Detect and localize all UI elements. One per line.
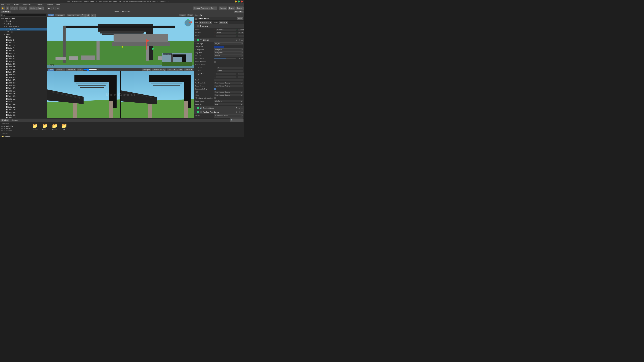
fov-slider[interactable] bbox=[214, 58, 236, 59]
materials-folder[interactable]: 📁 Materials bbox=[31, 122, 39, 136]
depth-input[interactable] bbox=[214, 79, 243, 81]
hierarchy-item-27[interactable]: ⬜Cube (20) bbox=[0, 89, 47, 92]
scene-iso-button[interactable]: ⊕ 0 bbox=[85, 13, 90, 17]
tab-console[interactable]: Console bbox=[10, 119, 20, 121]
projection-select[interactable]: Perspective bbox=[214, 51, 243, 54]
hierarchy-item-12[interactable]: ⬜Cube (5) bbox=[0, 49, 47, 52]
camera-menu-button[interactable]: … bbox=[241, 39, 243, 41]
maximize-on-play-button[interactable]: Maximize On Play bbox=[152, 68, 166, 71]
scene-tab[interactable]: Scene bbox=[48, 14, 54, 16]
menu-gameobject[interactable]: GameObject bbox=[21, 3, 32, 5]
all-models-item[interactable]: ⬡ All Models bbox=[1, 127, 29, 130]
transform-tool-rect[interactable]: ⬚ bbox=[19, 6, 23, 10]
tracked-enable-checkbox[interactable] bbox=[197, 111, 199, 113]
pos-x-input[interactable] bbox=[216, 29, 236, 31]
hdr-select[interactable]: Use Graphics Settings bbox=[214, 91, 243, 93]
hierarchy-item-4[interactable]: ▶📷Main Camera bbox=[0, 28, 47, 30]
hierarchy-item-11[interactable]: ⬜Cube (4) bbox=[0, 46, 47, 49]
tracked-help-button[interactable]: ? bbox=[236, 111, 237, 113]
hierarchy-item-24[interactable]: ⬜Cube (17) bbox=[0, 81, 47, 84]
hierarchy-item-22[interactable]: ⬜Cube (15) bbox=[0, 76, 47, 79]
vp-x-input[interactable] bbox=[216, 73, 236, 75]
hierarchy-item-10[interactable]: ⬜Cube (3) bbox=[0, 44, 47, 46]
hierarchy-item-34[interactable]: ⬜Cube (26) bbox=[0, 108, 47, 111]
fov-axis-select[interactable]: Vertical bbox=[214, 54, 243, 57]
stats-button[interactable]: Stats bbox=[178, 68, 183, 71]
account-button[interactable]: Account bbox=[219, 6, 228, 10]
vp-h-input[interactable] bbox=[238, 76, 244, 78]
camera-enable-checkbox[interactable] bbox=[197, 39, 199, 41]
hierarchy-item-37[interactable]: ⬜Cube (29) bbox=[0, 116, 47, 118]
hierarchy-item-30[interactable]: ⬜Cube (23) bbox=[0, 97, 47, 100]
object-enable-checkbox[interactable] bbox=[195, 17, 197, 19]
far-input[interactable] bbox=[218, 70, 243, 72]
hierarchy-add-button[interactable]: + bbox=[1, 14, 2, 16]
scene-fx-button[interactable]: Fx bbox=[80, 13, 85, 17]
game-scale-slider[interactable] bbox=[83, 69, 97, 71]
scene-search-button[interactable]: 🔍 All bbox=[187, 14, 193, 16]
hierarchy-item-15[interactable]: ⬜Cube (8) bbox=[0, 57, 47, 60]
camera-header[interactable]: ▼ 📷 Camera ? ⚙ … bbox=[194, 38, 244, 42]
scale-x-input[interactable] bbox=[216, 35, 236, 37]
target-eye-select[interactable]: Both bbox=[214, 103, 243, 105]
tab-project[interactable]: Project bbox=[1, 119, 10, 121]
preview-packages-button[interactable]: Preview Packages In Use ▼ bbox=[193, 6, 217, 10]
play-button[interactable]: ▶ bbox=[47, 6, 51, 10]
transform-tool-rotate[interactable]: ↺ bbox=[10, 6, 14, 10]
tab-scene[interactable]: Scene bbox=[113, 10, 120, 13]
window-controls[interactable] bbox=[235, 0, 243, 2]
maximize-button[interactable] bbox=[238, 0, 240, 2]
pose-source-select[interactable]: Center Eye - HMD Reference bbox=[214, 117, 243, 118]
scene-audio-button[interactable]: ♪ 0 bbox=[91, 13, 96, 17]
culling-mask-select[interactable]: Everything bbox=[214, 48, 243, 51]
scene-dimension-button[interactable]: 3D bbox=[76, 14, 80, 16]
hierarchy-item-7[interactable]: ⬜Cube bbox=[0, 36, 47, 38]
hierarchy-item-36[interactable]: ⬜Cube (28) bbox=[0, 114, 47, 116]
audio-listener-header[interactable]: ▼ 🔊 Audio Listener ? ⚙ … bbox=[194, 106, 244, 110]
hierarchy-item-8[interactable]: ⬜Cube (1) bbox=[0, 38, 47, 41]
hierarchy-item-33[interactable]: ⬜Cube (25) bbox=[0, 106, 47, 108]
scenes-folder[interactable]: 📁 Scenes bbox=[40, 122, 49, 136]
hierarchy-item-35[interactable]: ⬜Cube (27) bbox=[0, 111, 47, 114]
layer-select[interactable]: Default bbox=[219, 21, 228, 24]
transform-header[interactable]: ▼ T Transform bbox=[194, 24, 244, 28]
menu-file[interactable]: File bbox=[1, 3, 5, 5]
tag-select[interactable]: MainCamera bbox=[199, 21, 212, 24]
static-button[interactable]: Static bbox=[237, 17, 243, 20]
mute-audio-button[interactable]: Mute Audio bbox=[167, 68, 177, 71]
transform-tool-scale[interactable]: ⊡ bbox=[14, 6, 18, 10]
pos-y-input[interactable] bbox=[238, 29, 244, 31]
camera-settings-button[interactable]: ⚙ bbox=[238, 39, 240, 41]
hierarchy-item-19[interactable]: ⬜Cube (12) bbox=[0, 68, 47, 71]
background-color-preview[interactable] bbox=[214, 45, 224, 48]
minimize-button[interactable] bbox=[235, 0, 237, 2]
all-prefabs-item[interactable]: ⬡ All Prefabs bbox=[1, 130, 29, 132]
device-select[interactable]: Generic XR Device bbox=[214, 114, 243, 117]
hierarchy-item-3[interactable]: ▼⊕Camera Offset bbox=[0, 25, 47, 28]
game-display-button[interactable]: Display 1 bbox=[56, 68, 65, 71]
tab-hierarchy[interactable]: Hierarchy bbox=[1, 10, 10, 13]
game-aspect-button[interactable]: Free Aspect bbox=[66, 68, 76, 71]
close-button[interactable] bbox=[241, 0, 243, 2]
hierarchy-item-18[interactable]: ⬜Cube (11) bbox=[0, 65, 47, 68]
tab-asset-store[interactable]: Asset Store bbox=[120, 10, 132, 13]
hierarchy-item-29[interactable]: ⬜Cube (22) bbox=[0, 95, 47, 97]
layers-button[interactable]: Layers bbox=[228, 6, 236, 10]
hierarchy-item-25[interactable]: ⬜Cube (18) bbox=[0, 84, 47, 87]
rot-y-input[interactable] bbox=[238, 32, 244, 34]
menu-window[interactable]: Window bbox=[46, 3, 54, 5]
hierarchy-item-31[interactable]: ⬜Plane bbox=[0, 100, 47, 103]
hierarchy-item-28[interactable]: ⬜Cube (21) bbox=[0, 92, 47, 95]
shading-mode-button[interactable]: Shaded bbox=[67, 14, 75, 16]
hierarchy-item-9[interactable]: ⬜Cube (2) bbox=[0, 41, 47, 44]
layout-button[interactable]: Layout bbox=[236, 6, 244, 10]
hierarchy-item-14[interactable]: ⬜Cube (7) bbox=[0, 55, 47, 57]
both-eyes-button[interactable]: Both Eyes bbox=[142, 68, 151, 71]
rot-x-input[interactable] bbox=[216, 32, 236, 34]
transform-tool-hand[interactable]: ✋ bbox=[1, 6, 5, 10]
game-view[interactable]: Main Camera bbox=[47, 71, 194, 118]
xr-folder[interactable]: 📁 XR bbox=[60, 122, 68, 136]
allow-dynamic-checkbox[interactable] bbox=[214, 97, 216, 99]
local-mode-button[interactable]: Local bbox=[37, 6, 44, 10]
hierarchy-item-17[interactable]: ⬜Cube (10) bbox=[0, 63, 47, 65]
